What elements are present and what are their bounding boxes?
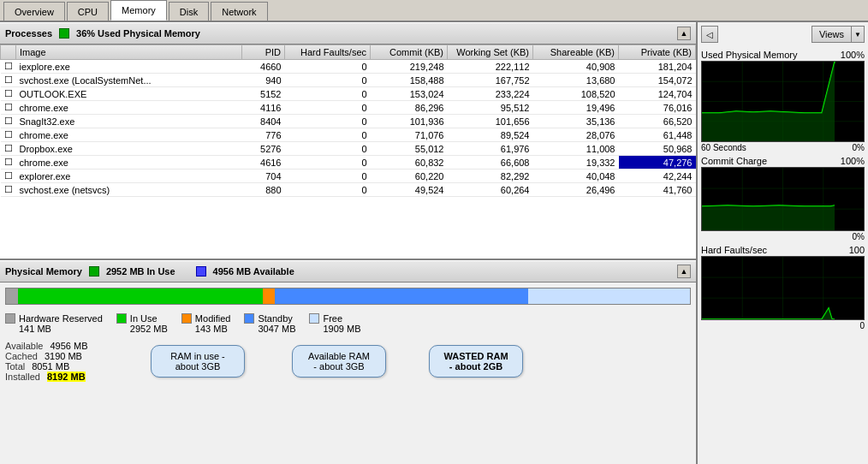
col-private[interactable]: Private (KB) [619,45,696,60]
process-status: 36% Used Physical Memory [76,28,200,39]
row-pid: 4660 [242,60,285,74]
col-ws[interactable]: Working Set (KB) [448,45,533,60]
graph-commit: Commit Charge 100% 0 [701,156,865,241]
row-checkbox[interactable]: ☐ [1,115,16,128]
bar-standby [275,289,528,304]
row-private: 47,276 [619,156,696,170]
main-layout: Processes 36% Used Physical Memory ▲ Ima… [0,22,868,464]
row-ws: 66,608 [448,156,533,170]
legend-free-label: Free [309,313,342,324]
col-pid[interactable]: PID [242,45,285,60]
row-checkbox[interactable]: ☐ [1,128,16,142]
graph-hardfaults-label: Hard Faults/sec [701,245,767,255]
stat-installed: Installed 8192 MB [5,372,142,382]
row-checkbox[interactable]: ☐ [1,156,16,170]
row-image: svchost.exe (LocalSystemNet... [16,74,242,87]
row-hf: 0 [285,170,371,183]
process-collapse-btn[interactable]: ▲ [677,27,691,40]
row-hf: 0 [285,101,371,115]
row-private: 42,244 [619,170,696,183]
tab-disk[interactable]: Disk [169,2,209,21]
table-row[interactable]: ☐ chrome.exe 776 0 71,076 89,524 28,076 … [1,128,696,142]
table-row[interactable]: ☐ SnagIt32.exe 8404 0 101,936 101,656 35… [1,115,696,128]
process-table: Image PID Hard Faults/sec Commit (KB) Wo… [0,45,696,197]
col-image[interactable]: Image [16,45,242,60]
legend-modified: Modified 143 MB [181,313,231,334]
row-hf: 0 [285,128,371,142]
row-image: svchost.exe (netsvcs) [16,183,242,197]
process-table-container[interactable]: Image PID Hard Faults/sec Commit (KB) Wo… [0,45,696,259]
row-pid: 940 [242,74,285,87]
row-share: 13,680 [533,74,619,87]
tab-network[interactable]: Network [211,2,267,21]
nav-prev-btn[interactable]: ◁ [701,26,718,43]
row-ws: 95,512 [448,101,533,115]
row-private: 50,968 [619,142,696,156]
row-image: iexplore.exe [16,60,242,74]
row-private: 41,760 [619,183,696,197]
row-pid: 5152 [242,87,285,101]
row-ws: 61,976 [448,142,533,156]
graph-commit-footer: 0% [701,232,865,241]
table-row[interactable]: ☐ OUTLOOK.EXE 5152 0 153,024 233,224 108… [1,87,696,101]
graph-commit-svg [702,168,864,230]
col-hf[interactable]: Hard Faults/sec [285,45,371,60]
table-row[interactable]: ☐ svchost.exe (LocalSystemNet... 940 0 1… [1,74,696,87]
row-checkbox[interactable]: ☐ [1,87,16,101]
legend-standby-box [244,313,254,324]
row-share: 26,496 [533,183,619,197]
graph-section: Used Physical Memory 100% [701,50,865,461]
views-button[interactable]: Views ▼ [812,26,865,43]
graph-commit-footer-right: 0% [853,232,865,241]
physical-collapse-btn[interactable]: ▲ [677,265,691,278]
row-checkbox[interactable]: ☐ [1,142,16,156]
row-share: 11,008 [533,142,619,156]
physical-in-use: 2952 MB In Use [106,266,175,277]
row-hf: 0 [285,142,371,156]
row-checkbox[interactable]: ☐ [1,60,16,74]
tab-overview[interactable]: Overview [3,2,65,21]
table-row[interactable]: ☐ iexplore.exe 4660 0 219,248 222,112 40… [1,60,696,74]
col-check[interactable] [1,45,16,60]
table-row[interactable]: ☐ chrome.exe 4616 0 60,832 66,608 19,332… [1,156,696,170]
row-checkbox[interactable]: ☐ [1,183,16,197]
graph-physical-header: Used Physical Memory 100% [701,50,865,60]
legend-hw-value: 141 MB [5,324,51,334]
row-checkbox[interactable]: ☐ [1,101,16,115]
row-checkbox[interactable]: ☐ [1,74,16,87]
graph-commit-label: Commit Charge [701,156,767,166]
graph-physical-pct: 100% [841,50,865,60]
bar-in-use [18,289,264,304]
stat-available: Available 4956 MB [5,341,142,351]
row-pid: 880 [242,183,285,197]
legend-free: Free 1909 MB [309,313,360,334]
memory-bar-container [0,283,696,310]
row-share: 40,048 [533,170,619,183]
table-row[interactable]: ☐ explorer.exe 704 0 60,220 82,292 40,04… [1,170,696,183]
col-share[interactable]: Shareable (KB) [533,45,619,60]
physical-available: 4956 MB Available [213,266,294,277]
row-image: OUTLOOK.EXE [16,87,242,101]
legend-modified-value: 143 MB [181,324,228,334]
row-private: 61,448 [619,128,696,142]
legend-modified-label: Modified [181,313,231,324]
row-image: chrome.exe [16,156,242,170]
col-commit[interactable]: Commit (KB) [371,45,448,60]
bar-hw-reserved [6,289,18,304]
table-row[interactable]: ☐ Dropbox.exe 5276 0 55,012 61,976 11,00… [1,142,696,156]
tab-cpu[interactable]: CPU [67,2,109,21]
table-row[interactable]: ☐ chrome.exe 4116 0 86,296 95,512 19,496… [1,101,696,115]
row-checkbox[interactable]: ☐ [1,170,16,183]
svg-marker-12 [702,205,835,230]
graph-hardfaults-pct: 100 [849,245,865,255]
row-commit: 49,524 [371,183,448,197]
graph-commit-canvas [701,167,865,231]
row-commit: 60,832 [371,156,448,170]
graph-hardfaults-canvas [701,256,865,320]
tab-memory[interactable]: Memory [110,0,167,21]
row-hf: 0 [285,74,371,87]
stat-total: Total 8051 MB [5,361,142,372]
graph-hardfaults-footer: 0 [701,321,865,330]
table-row[interactable]: ☐ svchost.exe (netsvcs) 880 0 49,524 60,… [1,183,696,197]
memory-legend: Hardware Reserved 141 MB In Use 2952 MB … [0,310,696,337]
